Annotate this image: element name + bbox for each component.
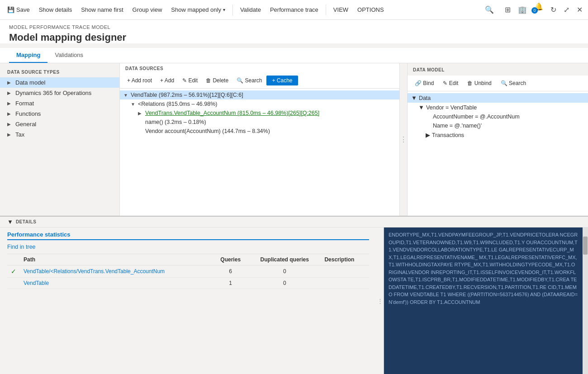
tree-item-label: Dynamics 365 for Operations xyxy=(15,90,91,96)
tree-item-general[interactable]: ▶ General xyxy=(0,119,119,129)
expand-icon: ▶ xyxy=(426,132,430,138)
tree-item-label: Format xyxy=(15,100,34,107)
notification-badge: 0 xyxy=(531,7,538,14)
unbind-button[interactable]: 🗑 Unbind xyxy=(464,78,495,88)
ds-item-text-green: VendTrans.VendTable_AccountNum (815.0ms … xyxy=(145,110,319,116)
notification-icon-button[interactable]: 🔔 0 xyxy=(532,0,545,19)
toolbar-search-icon[interactable]: 🔍 xyxy=(481,4,498,16)
ds-tree-item-name[interactable]: name() (3.2ms – 0.18%) xyxy=(120,118,399,127)
dm-item-text: Name = @.'name()' xyxy=(433,123,482,129)
ds-tree-item-vendor-account[interactable]: Vendor account(AccountNum) (144.7ms – 8.… xyxy=(120,127,399,136)
datasource-types-label: DATA SOURCE TYPES xyxy=(0,68,119,77)
table-header-dup-queries: Duplicated queries xyxy=(248,254,321,265)
ds-item-text: Vendor account(AccountNum) (144.7ms – 8.… xyxy=(145,128,270,134)
table-cell-queries: 6 xyxy=(213,265,248,278)
dm-tree-item-name[interactable]: Name = @.'name()' xyxy=(408,121,588,130)
data-model-tree: ▼ Data ▼ Vendor = VendTable AccountNumbe… xyxy=(408,91,588,216)
datasources-section-label: DATA SOURCES xyxy=(120,63,399,73)
show-mapped-button[interactable]: Show mapped only ▾ xyxy=(167,5,229,15)
table-cell-check: ✓ xyxy=(7,265,20,278)
dm-tree-item-data[interactable]: ▼ Data xyxy=(408,93,588,103)
dm-item-text: Data xyxy=(419,95,431,101)
scrollbar-thumb[interactable] xyxy=(583,237,588,255)
group-view-button[interactable]: Group view xyxy=(129,5,166,15)
table-row[interactable]: VendTable 1 0 xyxy=(7,278,369,289)
find-in-tree-link[interactable]: Find in tree xyxy=(7,244,369,250)
view-button[interactable]: VIEW xyxy=(330,5,352,15)
expand-icon-button[interactable]: ⤢ xyxy=(562,4,571,16)
dm-tree-item-vendor[interactable]: ▼ Vendor = VendTable xyxy=(408,103,588,112)
perf-trace-button[interactable]: Performance trace xyxy=(266,5,322,15)
tree-item-functions[interactable]: ▶ Functions xyxy=(0,109,119,119)
ds-tree-item-relations[interactable]: ▼ <Relations (815.0ms – 46.98%) xyxy=(120,99,399,109)
expand-icon: ▶ xyxy=(7,101,13,106)
options-button[interactable]: OPTIONS xyxy=(354,5,388,15)
bottom-drag-handle[interactable]: ⋮ xyxy=(376,227,384,374)
save-button[interactable]: 💾 Save xyxy=(4,5,33,15)
details-content: Performance statistics Find in tree Path… xyxy=(0,227,588,374)
drag-handle[interactable]: ⋮ xyxy=(400,63,407,216)
details-left: Performance statistics Find in tree Path… xyxy=(0,227,376,374)
tree-item-format[interactable]: ▶ Format xyxy=(0,98,119,109)
toolbar-right-icons: ⊞ 🏢 🔔 0 ↻ ⤢ ✕ xyxy=(503,0,584,19)
expand-icon: ▼ xyxy=(411,95,417,101)
edit-button[interactable]: ✎ Edit xyxy=(179,76,201,85)
tree-item-data-model[interactable]: ▶ Data model xyxy=(0,77,119,88)
table-header-description: Description xyxy=(321,254,369,265)
dm-search-button[interactable]: 🔍 Search xyxy=(497,78,530,88)
show-name-button[interactable]: Show name first xyxy=(77,5,127,15)
grid-icon-button[interactable]: ⊞ xyxy=(503,4,512,16)
performance-statistics-tab[interactable]: Performance statistics xyxy=(7,231,369,240)
dm-item-text: Transactions xyxy=(432,132,464,138)
save-icon: 💾 xyxy=(7,6,14,13)
dm-item-text: Vendor = VendTable xyxy=(426,104,477,111)
data-model-header: DATA MODEL xyxy=(408,63,588,76)
expand-icon: ▼ xyxy=(123,93,129,98)
dm-edit-button[interactable]: ✎ Edit xyxy=(439,78,462,88)
expand-icon: ▶ xyxy=(7,90,13,95)
tab-mapping[interactable]: Mapping xyxy=(9,48,47,63)
tree-item-label: Tax xyxy=(15,131,24,138)
cache-button[interactable]: + Cache xyxy=(266,76,298,85)
tab-validations[interactable]: Validations xyxy=(47,48,90,63)
close-icon-button[interactable]: ✕ xyxy=(575,4,584,16)
tree-item-tax[interactable]: ▶ Tax xyxy=(0,129,119,140)
refresh-icon-button[interactable]: ↻ xyxy=(549,4,558,16)
scrollbar-vertical[interactable] xyxy=(583,227,588,374)
collapse-icon[interactable]: ▼ xyxy=(7,218,13,225)
data-model-label: DATA MODEL xyxy=(413,67,445,72)
add-button[interactable]: + Add xyxy=(156,76,178,85)
table-row[interactable]: ✓ VendTable/<Relations/VendTrans.VendTab… xyxy=(7,265,369,278)
search-button[interactable]: 🔍 Search xyxy=(233,76,266,85)
add-root-button[interactable]: + Add root xyxy=(123,76,156,85)
ds-tree-item-vendtrans[interactable]: ▶ VendTrans.VendTable_AccountNum (815.0m… xyxy=(120,109,399,118)
datasource-types-panel: DATA SOURCE TYPES ▶ Data model ▶ Dynamic… xyxy=(0,63,120,216)
validate-button[interactable]: Validate xyxy=(237,5,265,15)
tree-item-dynamics365[interactable]: ▶ Dynamics 365 for Operations xyxy=(0,88,119,98)
tabs-bar: Mapping Validations xyxy=(0,48,588,63)
expand-icon: ▶ xyxy=(7,122,13,127)
expand-icon: ▶ xyxy=(7,132,13,137)
toolbar-divider-2 xyxy=(326,5,326,15)
expand-icon: ▼ xyxy=(418,104,424,111)
office-icon-button[interactable]: 🏢 xyxy=(516,4,529,16)
dm-tree-item-transactions[interactable]: ▶ Transactions xyxy=(408,130,588,140)
table-header-queries: Queries xyxy=(213,254,248,265)
sql-text: ENDORTYPE_MX,T1.VENDPAYMFEEGROUP_JP,T1.V… xyxy=(389,232,578,305)
details-label: DETAILS xyxy=(16,219,37,224)
bind-button[interactable]: 🔗 Bind xyxy=(411,78,437,88)
show-details-button[interactable]: Show details xyxy=(35,5,76,15)
details-section: ▼ DETAILS Performance statistics Find in… xyxy=(0,216,588,374)
datasources-toolbar: + Add root + Add ✎ Edit 🗑 Delete 🔍 Searc… xyxy=(120,73,399,89)
table-cell-path: VendTable xyxy=(20,278,213,289)
expand-icon: ▶ xyxy=(138,111,143,116)
dm-tree-item-account-number[interactable]: AccountNumber = @.AccountNum xyxy=(408,112,588,121)
tree-item-label: Data model xyxy=(15,79,45,86)
delete-button[interactable]: 🗑 Delete xyxy=(202,76,232,85)
ds-tree-item-vendtable[interactable]: ▼ VendTable (987.2ms – 56.91%)[12][Q:6][… xyxy=(120,90,399,99)
table-cell-dup-queries: 0 xyxy=(248,265,321,278)
tree-item-label: Functions xyxy=(15,110,41,117)
ds-item-text: <Relations (815.0ms – 46.98%) xyxy=(138,101,217,107)
table-cell-path: VendTable/<Relations/VendTrans.VendTable… xyxy=(20,265,213,278)
sql-text-panel: ENDORTYPE_MX,T1.VENDPAYMFEEGROUP_JP,T1.V… xyxy=(384,227,583,374)
